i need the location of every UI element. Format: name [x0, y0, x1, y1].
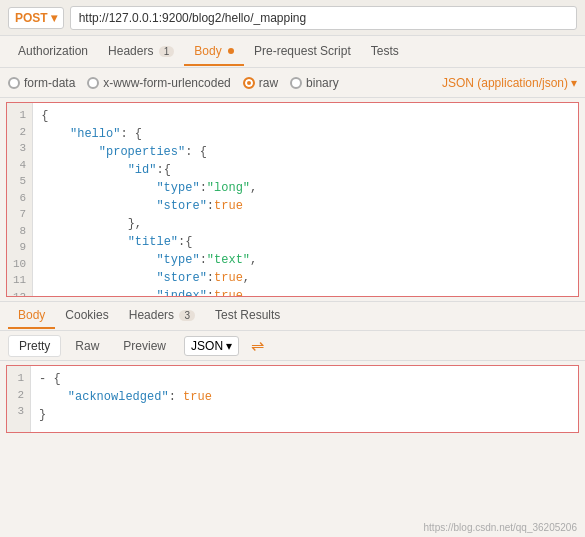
tab-authorization[interactable]: Authorization: [8, 38, 98, 66]
json-select-chevron: ▾: [226, 339, 232, 353]
response-tab-test-results[interactable]: Test Results: [205, 303, 290, 329]
response-tab-headers[interactable]: Headers 3: [119, 303, 205, 329]
method-label: POST: [15, 11, 48, 25]
url-input[interactable]: [70, 6, 577, 30]
format-raw[interactable]: Raw: [65, 336, 109, 356]
tab-pre-request[interactable]: Pre-request Script: [244, 38, 361, 66]
method-select[interactable]: POST ▾: [8, 7, 64, 29]
response-tab-cookies[interactable]: Cookies: [55, 303, 118, 329]
wrap-button[interactable]: ⇌: [251, 336, 264, 355]
format-preview[interactable]: Preview: [113, 336, 176, 356]
tab-headers[interactable]: Headers 1: [98, 38, 184, 66]
radio-binary: [290, 77, 302, 89]
option-form-data[interactable]: form-data: [8, 76, 75, 90]
response-headers-badge: 3: [179, 310, 195, 321]
format-bar: Pretty Raw Preview JSON ▾ ⇌: [0, 331, 585, 361]
radio-form-data: [8, 77, 20, 89]
line-numbers: 12345 678910 1112131415 1617: [7, 103, 33, 296]
response-tab-body[interactable]: Body: [8, 303, 55, 329]
option-raw[interactable]: raw: [243, 76, 278, 90]
response-body-editor: 123 - { "acknowledged": true }: [6, 365, 579, 433]
tab-tests[interactable]: Tests: [361, 38, 409, 66]
tab-body[interactable]: Body: [184, 38, 244, 66]
option-binary[interactable]: binary: [290, 76, 339, 90]
radio-raw: [243, 77, 255, 89]
nav-tabs: Authorization Headers 1 Body Pre-request…: [0, 36, 585, 68]
radio-urlencoded: [87, 77, 99, 89]
top-bar: POST ▾: [0, 0, 585, 36]
body-options-bar: form-data x-www-form-urlencoded raw bina…: [0, 68, 585, 98]
json-type-select[interactable]: JSON (application/json) ▾: [442, 76, 577, 90]
headers-badge: 1: [159, 46, 175, 57]
response-code-text: - { "acknowledged": true }: [31, 366, 578, 432]
watermark: https://blog.csdn.net/qq_36205206: [424, 522, 577, 533]
request-body-editor[interactable]: 12345 678910 1112131415 1617 { "hello": …: [6, 102, 579, 297]
option-urlencoded[interactable]: x-www-form-urlencoded: [87, 76, 230, 90]
method-chevron: ▾: [51, 11, 57, 25]
body-dot: [228, 48, 234, 54]
json-type-chevron: ▾: [571, 76, 577, 90]
response-tabs: Body Cookies Headers 3 Test Results: [0, 301, 585, 331]
response-line-numbers: 123: [7, 366, 31, 432]
code-text[interactable]: { "hello": { "properties": { "id":{ "typ…: [33, 103, 578, 296]
json-format-select[interactable]: JSON ▾: [184, 336, 239, 356]
format-pretty[interactable]: Pretty: [8, 335, 61, 357]
